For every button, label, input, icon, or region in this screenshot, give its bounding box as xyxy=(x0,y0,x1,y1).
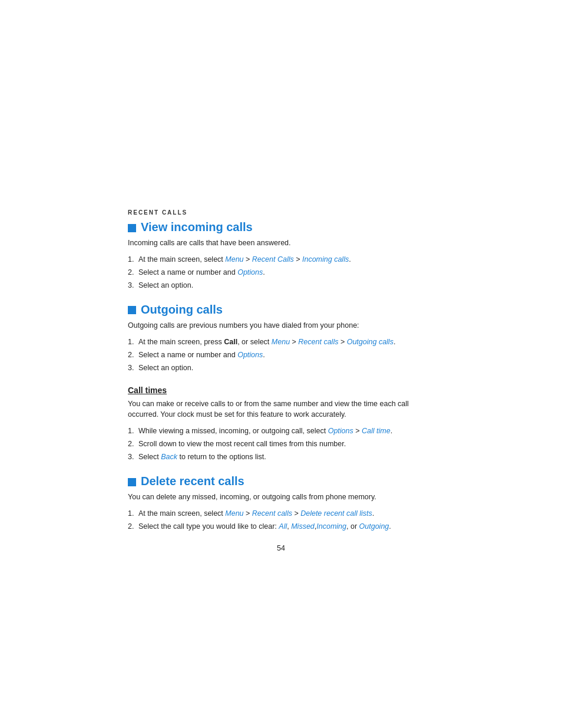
delete-recent-section: Delete recent calls You can delete any m… xyxy=(128,475,434,532)
delete-recent-call-lists-link[interactable]: Delete recent call lists xyxy=(300,509,372,518)
back-link[interactable]: Back xyxy=(161,453,177,461)
page-container: Recent calls View incoming calls Incomin… xyxy=(0,0,562,728)
recent-calls-link-1[interactable]: Recent Calls xyxy=(252,255,294,263)
outgoing-link[interactable]: Outgoing xyxy=(359,522,389,531)
view-incoming-step-3: 3. Select an option. xyxy=(128,279,434,291)
delete-recent-description: You can delete any missed, incoming, or … xyxy=(128,492,434,503)
view-incoming-step-1: 1. At the main screen, select Menu > Rec… xyxy=(128,253,434,265)
call-bold: Call xyxy=(224,338,237,346)
call-times-step-3: 3. Select Back to return to the options … xyxy=(128,451,434,463)
call-time-link[interactable]: Call time xyxy=(362,427,391,435)
missed-link[interactable]: Missed xyxy=(291,522,315,531)
call-times-description: You can make or receive calls to or from… xyxy=(128,398,434,421)
outgoing-calls-section: Outgoing calls Outgoing calls are previo… xyxy=(128,303,434,374)
menu-link-3[interactable]: Menu xyxy=(225,509,243,518)
options-link-1[interactable]: Options xyxy=(237,268,263,276)
outgoing-calls-steps: 1. At the main screen, press Call, or se… xyxy=(128,336,434,374)
page-number: 54 xyxy=(128,544,434,552)
outgoing-calls-description: Outgoing calls are previous numbers you … xyxy=(128,320,434,331)
options-link-3[interactable]: Options xyxy=(328,427,353,435)
call-times-heading: Call times xyxy=(128,386,434,395)
all-link[interactable]: All xyxy=(279,522,287,531)
menu-link-1[interactable]: Menu xyxy=(225,255,243,263)
view-incoming-description: Incoming calls are calls that have been … xyxy=(128,238,434,249)
view-incoming-heading: View incoming calls xyxy=(128,220,434,234)
delete-recent-icon xyxy=(128,478,136,486)
call-times-steps: 1. While viewing a missed, incoming, or … xyxy=(128,425,434,463)
view-incoming-step-2: 2. Select a name or number and Options. xyxy=(128,266,434,278)
recent-calls-link-2[interactable]: Recent calls xyxy=(298,338,338,346)
view-incoming-icon xyxy=(128,224,136,232)
menu-link-2[interactable]: Menu xyxy=(272,338,290,346)
delete-recent-steps: 1. At the main screen, select Menu > Rec… xyxy=(128,508,434,532)
recent-calls-link-3[interactable]: Recent calls xyxy=(252,509,292,518)
incoming-calls-link[interactable]: Incoming calls xyxy=(302,255,349,263)
view-incoming-title: View incoming calls xyxy=(141,220,253,234)
call-times-section: Call times You can make or receive calls… xyxy=(128,386,434,463)
outgoing-calls-link[interactable]: Outgoing calls xyxy=(347,338,394,346)
content-area: Recent calls View incoming calls Incomin… xyxy=(128,209,434,558)
delete-recent-heading: Delete recent calls xyxy=(128,475,434,488)
outgoing-calls-step-2: 2. Select a name or number and Options. xyxy=(128,349,434,361)
delete-recent-title: Delete recent calls xyxy=(141,475,244,488)
call-times-step-1: 1. While viewing a missed, incoming, or … xyxy=(128,425,434,437)
view-incoming-section: View incoming calls Incoming calls are c… xyxy=(128,220,434,291)
outgoing-calls-step-1: 1. At the main screen, press Call, or se… xyxy=(128,336,434,348)
section-label: Recent calls xyxy=(128,209,434,216)
view-incoming-steps: 1. At the main screen, select Menu > Rec… xyxy=(128,253,434,291)
outgoing-calls-heading: Outgoing calls xyxy=(128,303,434,317)
delete-recent-step-1: 1. At the main screen, select Menu > Rec… xyxy=(128,508,434,519)
outgoing-calls-title: Outgoing calls xyxy=(141,303,223,317)
outgoing-calls-step-3: 3. Select an option. xyxy=(128,362,434,374)
options-link-2[interactable]: Options xyxy=(237,351,263,359)
incoming-link[interactable]: Incoming xyxy=(316,522,346,531)
delete-recent-step-2: 2. Select the call type you would like t… xyxy=(128,521,434,532)
call-times-step-2: 2. Scroll down to view the most recent c… xyxy=(128,438,434,450)
outgoing-calls-icon xyxy=(128,306,136,314)
